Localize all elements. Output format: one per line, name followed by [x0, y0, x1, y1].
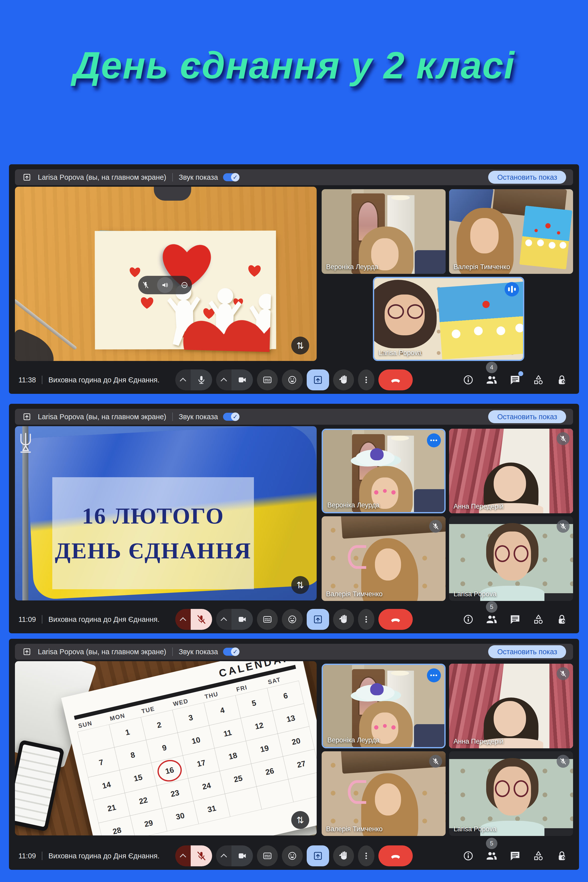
participant-tile-veronika-active[interactable]: ••• Вероніка Леурда	[322, 664, 446, 748]
resize-tile-button[interactable]: ⇅	[291, 811, 309, 829]
call-controls	[175, 369, 413, 390]
mic-button[interactable]	[191, 369, 212, 390]
reactions-button[interactable]	[282, 609, 303, 630]
decor-shape	[494, 466, 526, 502]
share-sound-toggle[interactable]: ✓	[223, 413, 239, 421]
camera-button[interactable]	[231, 369, 253, 390]
slide-text-box: 16 ЛЮТОГО ДЕНЬ ЄДНАННЯ	[52, 477, 254, 589]
remove-from-call-icon[interactable]	[181, 281, 188, 289]
participant-tile-larisa-active[interactable]: Larisa Popova	[373, 277, 524, 361]
participant-tile-anna[interactable]: Анна Передерій	[449, 664, 573, 748]
mic-muted-icon	[429, 755, 442, 768]
camera-button[interactable]	[231, 845, 253, 866]
decor-shape	[470, 218, 499, 254]
divider	[42, 615, 42, 624]
host-controls-button[interactable]	[556, 850, 568, 862]
mic-muted-icon	[556, 432, 570, 445]
resize-tile-button[interactable]: ⇅	[291, 337, 309, 354]
decor-glasses	[514, 780, 528, 797]
participant-video	[374, 278, 523, 360]
presenter-label: Larisa Popova (вы, на главном экране)	[38, 648, 166, 656]
meeting-details-button[interactable]	[462, 374, 474, 386]
tile-options-button[interactable]: •••	[427, 434, 441, 447]
chat-button[interactable]	[509, 374, 521, 386]
camera-options-chevron[interactable]	[216, 609, 231, 630]
volume-button[interactable]	[157, 277, 173, 293]
participant-tile-anna[interactable]: Анна Передерій	[449, 429, 573, 513]
camera-options-chevron[interactable]	[216, 369, 231, 390]
activities-button[interactable]	[533, 614, 544, 625]
mic-options-chevron[interactable]	[175, 369, 191, 390]
captions-button[interactable]	[257, 845, 278, 866]
participant-tile-valeria[interactable]: Валерія Тимченко	[322, 516, 446, 601]
participant-tile-valeria[interactable]: Валерія Тимченко	[322, 751, 446, 836]
participants-button[interactable]: 4	[486, 374, 497, 386]
activities-button[interactable]	[533, 850, 544, 862]
meet-bottom-bar: 11:09 Виховна година до Дня Єднання.	[9, 605, 579, 633]
more-options-button[interactable]	[358, 369, 374, 390]
participant-tile-veronika[interactable]: Вероніка Леурда	[322, 189, 446, 274]
camera-button[interactable]	[231, 609, 253, 630]
participant-tile-valeria[interactable]: Валерія Тимченко	[449, 189, 573, 274]
present-button-active[interactable]	[307, 609, 329, 630]
stop-presenting-button[interactable]: Остановить показ	[488, 645, 566, 658]
stop-presenting-button[interactable]: Остановить показ	[488, 171, 566, 184]
end-call-button[interactable]	[378, 845, 413, 866]
participant-tile-larisa[interactable]: Larisa Popova	[449, 751, 573, 836]
shared-screen-tile-craft[interactable]: ⇅	[15, 187, 316, 361]
tile-hover-controls	[138, 276, 192, 294]
raise-hand-button[interactable]	[333, 369, 354, 390]
participants-button[interactable]: 5	[486, 850, 497, 862]
share-top-bar: Larisa Popova (вы, на главном экране) Зв…	[15, 409, 573, 425]
stop-presenting-button[interactable]: Остановить показ	[488, 410, 566, 423]
activities-button[interactable]	[533, 374, 544, 386]
circled-date-marker	[155, 758, 184, 784]
share-sound-toggle[interactable]: ✓	[223, 648, 239, 656]
participant-tile-larisa[interactable]: Larisa Popova	[449, 516, 573, 601]
meeting-details-button[interactable]	[462, 850, 474, 862]
more-options-button[interactable]	[358, 845, 374, 866]
raise-hand-button[interactable]	[333, 845, 354, 866]
meeting-panels: 5	[462, 614, 568, 625]
meeting-name: Виховна година до Дня Єднання.	[48, 615, 159, 624]
decor-phone	[15, 740, 64, 832]
end-call-button[interactable]	[378, 609, 413, 630]
host-controls-button[interactable]	[556, 374, 568, 386]
decor-glasses	[514, 545, 528, 562]
end-call-button[interactable]	[378, 369, 413, 390]
mic-button-muted[interactable]	[191, 609, 212, 630]
shared-screen-tile-calendar[interactable]: CALENDAR SUNMONTUEWEDTHUFRISAT 123456789…	[15, 661, 316, 836]
captions-button[interactable]	[257, 369, 278, 390]
mic-button-muted[interactable]	[191, 845, 212, 866]
resize-tile-button[interactable]: ⇅	[291, 576, 309, 594]
decor-shape	[375, 783, 401, 816]
shared-screen-tile-flag-slide[interactable]: 16 ЛЮТОГО ДЕНЬ ЄДНАННЯ ⇅	[15, 426, 316, 600]
meeting-name: Виховна година до Дня Єднання.	[48, 376, 159, 384]
present-button-active[interactable]	[307, 845, 329, 866]
meeting-details-button[interactable]	[462, 614, 474, 625]
more-options-button[interactable]	[358, 609, 374, 630]
tile-options-button[interactable]: •••	[427, 668, 441, 682]
camera-options-chevron[interactable]	[216, 845, 231, 866]
chat-button[interactable]	[509, 850, 521, 862]
chat-button[interactable]	[509, 614, 521, 625]
participant-name: Вероніка Леурда	[327, 501, 380, 509]
reactions-button[interactable]	[282, 845, 303, 866]
mic-muted-icon	[556, 667, 570, 680]
participant-tile-veronika-active[interactable]: ••• Вероніка Леурда	[322, 429, 446, 513]
captions-button[interactable]	[257, 609, 278, 630]
host-controls-button[interactable]	[556, 614, 568, 625]
share-sound-toggle[interactable]: ✓	[223, 173, 239, 181]
decor-phone-mount	[154, 187, 191, 201]
raise-hand-button[interactable]	[333, 609, 354, 630]
screen-share-icon	[22, 172, 32, 182]
unpin-icon[interactable]	[142, 281, 149, 289]
mic-options-chevron[interactable]	[175, 609, 191, 630]
decor-shape	[414, 489, 444, 512]
decor-ar-panda	[370, 448, 384, 460]
clock: 11:09	[18, 615, 36, 624]
reactions-button[interactable]	[282, 369, 303, 390]
mic-options-chevron[interactable]	[175, 845, 191, 866]
present-button-active[interactable]	[307, 369, 329, 390]
participants-button[interactable]: 5	[486, 614, 497, 625]
